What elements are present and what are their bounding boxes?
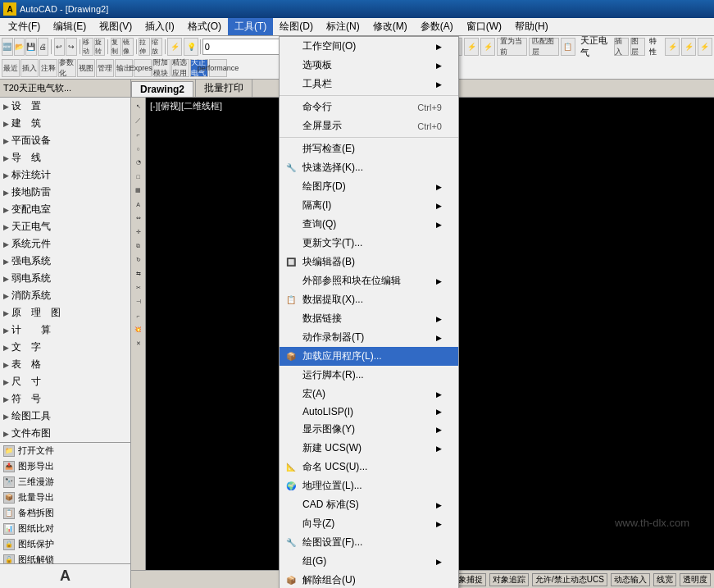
featured-tab[interactable]: 精选应用 [171,59,189,77]
tools-menu-item-runscript[interactable]: 运行脚本(R)... [280,366,458,385]
view-tab[interactable]: 视图 [77,59,95,77]
insert-right-btn[interactable]: 插入 [614,38,629,56]
sidebar-bottom-3d-tour[interactable]: 🔭三维漫游 [0,474,130,490]
tools-menu-item-isolation[interactable]: 隔离(I)▶ [280,196,458,215]
sidebar-item-8[interactable]: ▶系统元件 [0,235,130,253]
tools-menu-item-autolisp[interactable]: AutoLISP(I)▶ [280,403,458,420]
tools-menu-item-direction[interactable]: 向导(Z)▶ [280,514,458,533]
menu-item-draw[interactable]: 绘图(D) [273,18,320,35]
tab-batch-print[interactable]: 批量打印 [195,80,252,97]
ltp-line[interactable]: ／ [133,115,144,126]
ltp-copy[interactable]: ⧉ [133,240,144,252]
ltp-rotate[interactable]: ↻ [133,254,144,266]
perf-tab[interactable]: performance [209,59,227,77]
recent-btn[interactable]: 最近 [2,59,20,77]
tools-menu-item-dataextract[interactable]: 📋数据提取(X)... [280,290,458,309]
manage-tab[interactable]: 管理 [96,59,114,77]
menu-item-window[interactable]: 窗口(W) [460,18,508,35]
match-btn-2[interactable]: ⚡ [681,38,696,56]
copy-btn[interactable]: 复制 [111,38,122,56]
status-lw[interactable]: 线宽 [653,573,676,586]
sidebar-item-17[interactable]: ▶符 号 [0,390,130,408]
ltp-mirror[interactable]: ⇆ [133,268,144,280]
ltp-circle[interactable]: ○ [133,143,144,154]
tools-menu-item-drawsettings[interactable]: 🔧绘图设置(F)... [280,533,458,552]
tools-menu-item-toolbar[interactable]: 工具栏▶ [280,75,458,93]
tab-drawing2[interactable]: Drawing2 [131,81,193,97]
sidebar-bottom-protect-draw[interactable]: 🔒图纸保护 [0,536,130,552]
sidebar-bottom-backup-draw[interactable]: 📋备档拆图 [0,505,130,521]
sidebar-item-9[interactable]: ▶强电系统 [0,253,130,270]
save-btn[interactable]: 💾 [25,38,37,56]
menu-item-file[interactable]: 文件(F) [2,18,47,35]
sidebar-item-11[interactable]: ▶消防系统 [0,287,130,304]
status-dynucs[interactable]: 允许/禁止动态UCS [532,573,607,586]
match-btn[interactable]: ⚡ [665,38,680,56]
ltp-move[interactable]: ✛ [133,226,144,238]
stretch-btn[interactable]: 拉伸 [139,38,150,56]
ltp-hatch[interactable]: ▦ [133,185,144,196]
sidebar-item-1[interactable]: ▶建 筑 [0,115,130,132]
layer-icon-1[interactable]: ⚡ [167,38,182,56]
sidebar-item-13[interactable]: ▶计 算 [0,321,130,339]
ltp-text[interactable]: A [133,198,144,210]
insert-tab[interactable]: 插入 [20,59,39,77]
sidebar-bottom-export-shape[interactable]: 📤图形导出 [0,458,130,474]
status-otrack[interactable]: 对象追踪 [489,573,529,586]
plot-btn[interactable]: 🖨 [38,38,49,56]
sidebar-item-6[interactable]: ▶变配电室 [0,201,130,218]
sidebar-item-7[interactable]: ▶天正电气 [0,218,130,235]
addons-tab[interactable]: 附加模块 [152,59,171,77]
tools-menu-item-displayimage[interactable]: 显示图像(Y)▶ [280,420,458,439]
tools-menu-item-query[interactable]: 查询(Q)▶ [280,215,458,234]
right-panel-icon[interactable]: 📋 [561,38,575,56]
status-dyn[interactable]: 动态输入 [611,573,650,586]
layer-icon-11[interactable]: ⚡ [480,38,495,56]
sidebar-item-12[interactable]: ▶原 理 图 [0,304,130,321]
tools-menu-item-quickselect[interactable]: 🔧快速选择(K)... [280,158,458,177]
menu-item-params[interactable]: 参数(A) [414,18,460,35]
menu-item-modify[interactable]: 修改(M) [366,18,414,35]
tools-menu-item-newtext[interactable]: 更新文字(T)... [280,234,458,253]
status-tp[interactable]: 透明度 [680,573,711,586]
tools-menu-item-ungroup[interactable]: 📦解除组合(U) [280,571,458,588]
sidebar-bottom-compare-scale[interactable]: 📊图纸比对 [0,521,130,536]
match-layer-btn[interactable]: 匹配图层 [529,38,559,56]
sidebar-item-3[interactable]: ▶导 线 [0,149,130,166]
ltp-dim[interactable]: ⇔ [133,212,144,224]
menu-item-view[interactable]: 视图(V) [93,18,139,35]
ltp-arc[interactable]: ◔ [133,157,144,168]
tools-menu-item-spellcheck[interactable]: 拼写检查(E) [280,139,458,158]
ltp-arrow[interactable]: ↖ [133,101,144,112]
annotate-tab[interactable]: 注释 [39,59,57,77]
set-current-btn[interactable]: 置为当前 [497,38,527,56]
match-btn-3[interactable]: ⚡ [698,38,712,56]
params-tab[interactable]: 参数化 [58,59,76,77]
ltp-trim[interactable]: ✂ [133,282,144,294]
sidebar-bottom-unlock-draw[interactable]: 🔓图纸解锁 [0,552,130,563]
tools-menu-item-group[interactable]: 组(G)▶ [280,552,458,571]
open-btn[interactable]: 📂 [14,38,25,56]
undo-btn[interactable]: ↩ [54,38,66,56]
tools-menu-item-xref[interactable]: 外部参照和块在位编辑▶ [280,271,458,290]
tools-menu-item-draworder[interactable]: 绘图序(D)▶ [280,177,458,196]
scale-btn[interactable]: 缩放 [151,38,162,56]
menu-item-insert[interactable]: 插入(I) [139,18,180,35]
sidebar-item-16[interactable]: ▶尺 寸 [0,373,130,390]
sidebar-item-15[interactable]: ▶表 格 [0,356,130,373]
ltp-fillet[interactable]: ⌐ [133,310,144,321]
layers-btn[interactable]: 图层 [630,38,645,56]
tools-menu-item-cadstandards[interactable]: CAD 标准(S)▶ [280,495,458,514]
sidebar-item-19[interactable]: ▶文件布图 [0,425,130,442]
sidebar-item-10[interactable]: ▶弱电系统 [0,270,130,287]
ltp-erase[interactable]: ✕ [133,338,144,349]
sidebar-item-5[interactable]: ▶接地防雷 [0,184,130,201]
tools-menu-item-cmdline[interactable]: 命令行Ctrl+9 [280,98,458,116]
menu-item-edit[interactable]: 编辑(E) [47,18,93,35]
menu-item-help[interactable]: 帮助(H) [508,18,555,35]
tools-menu-item-datalink[interactable]: 数据链接▶ [280,309,458,328]
move-btn[interactable]: 移动 [82,38,93,56]
express-tab[interactable]: Express [134,59,152,77]
new-btn[interactable]: 🆕 [2,38,13,56]
layer-icon-10[interactable]: ⚡ [464,38,479,56]
